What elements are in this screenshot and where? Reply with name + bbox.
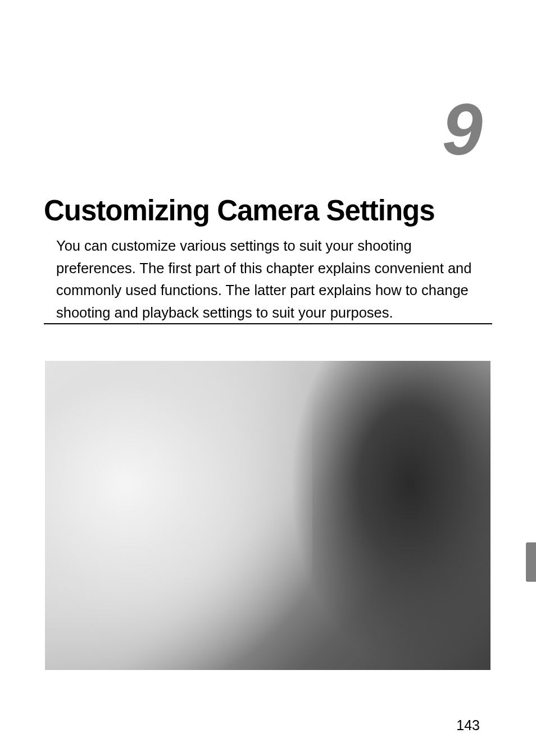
photo-highlight [45,361,312,670]
chapter-intro-text: You can customize various settings to su… [56,235,480,324]
chapter-number: 9 [442,87,480,171]
document-page: 9 Customizing Camera Settings You can cu… [0,0,536,756]
side-tab-marker [526,542,536,582]
chapter-photo [45,361,490,670]
photo-shadow [290,361,490,670]
chapter-title: Customizing Camera Settings [44,194,492,227]
section-divider [44,323,492,324]
page-number: 143 [456,717,480,734]
